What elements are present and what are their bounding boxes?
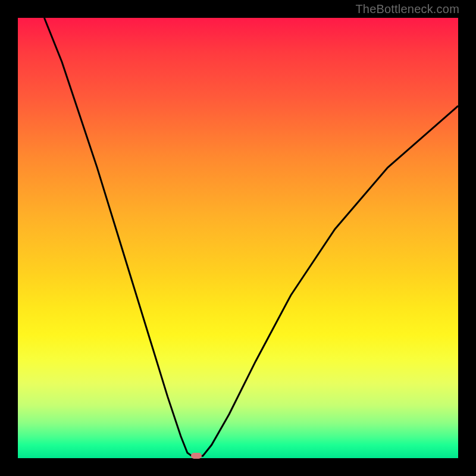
gradient-plot-area <box>18 18 458 458</box>
optimum-marker <box>191 453 202 459</box>
chart-frame: TheBottleneck.com <box>0 0 476 476</box>
watermark-text: TheBottleneck.com <box>355 2 459 16</box>
